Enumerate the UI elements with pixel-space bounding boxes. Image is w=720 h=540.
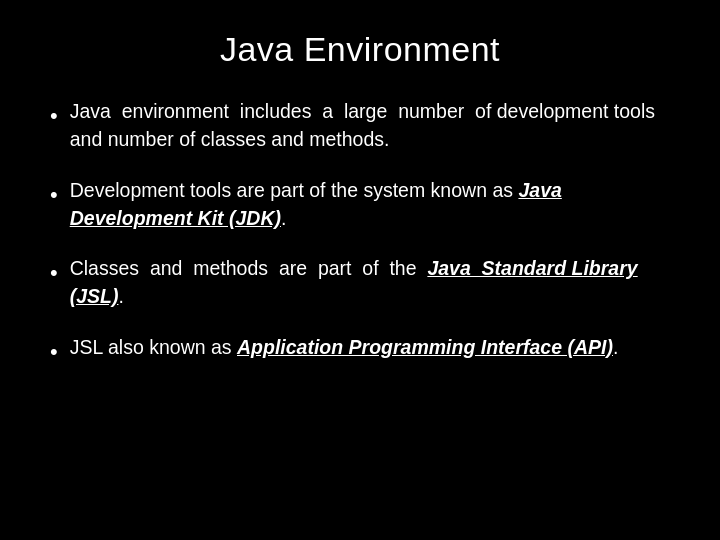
list-item: • Java environment includes a large numb… <box>50 97 670 154</box>
jsl-emphasis: Java Standard Library (JSL) <box>70 257 638 307</box>
slide-title: Java Environment <box>50 30 670 69</box>
bullet-text-2: Development tools are part of the system… <box>70 176 670 233</box>
list-item: • Classes and methods are part of the Ja… <box>50 254 670 311</box>
bullet-dot: • <box>50 336 58 368</box>
list-item: • JSL also known as Application Programm… <box>50 333 670 368</box>
api-emphasis: Application Programming Interface (API) <box>237 336 613 358</box>
bullet-text-3: Classes and methods are part of the Java… <box>70 254 670 311</box>
bullet-dot: • <box>50 100 58 132</box>
bullet-text-4: JSL also known as Application Programmin… <box>70 333 670 361</box>
bullet-list: • Java environment includes a large numb… <box>50 97 670 367</box>
list-item: • Development tools are part of the syst… <box>50 176 670 233</box>
slide: Java Environment • Java environment incl… <box>0 0 720 540</box>
bullet-dot: • <box>50 257 58 289</box>
jdk-emphasis: Java Development Kit (JDK) <box>70 179 562 229</box>
bullet-text-1: Java environment includes a large number… <box>70 97 670 154</box>
bullet-dot: • <box>50 179 58 211</box>
